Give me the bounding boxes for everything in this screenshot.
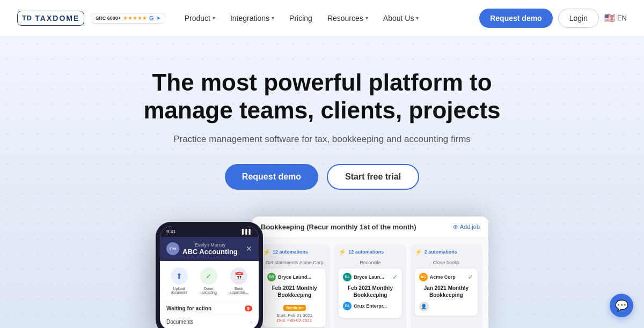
desktop-header: Bookkeeping (Recur monthly 1st of the mo… — [252, 217, 488, 238]
phone-actions: ⬆ Upload document ✓ Done uploading 📅 Boo… — [160, 261, 259, 301]
priority-badge: Medium — [283, 305, 306, 311]
kanban-board: ⚡ 12 automations Get statements Acme Cor… — [252, 238, 488, 328]
kanban-card[interactable]: AC Acme Corp ✓ Jan 2021 Monthly Bookkeep… — [415, 269, 478, 316]
close-icon[interactable]: ✕ — [246, 244, 252, 253]
rating-g-label: G — [149, 15, 154, 21]
desktop-mockup: Bookkeeping (Recur monthly 1st of the mo… — [252, 217, 488, 328]
nav-item-product[interactable]: Product ▾ — [178, 10, 222, 27]
client-chip: AC Acme Corp — [419, 273, 456, 281]
nav-item-integrations[interactable]: Integrations ▾ — [224, 10, 281, 27]
client-avatar: BL — [343, 273, 352, 281]
card-date: Start: Feb-01-2021 Due: Feb-03-2021 — [267, 313, 321, 323]
client-chip: BL Bryce Laun... — [343, 273, 384, 281]
phone-user-name: Evelyn Murray — [182, 242, 238, 248]
card-title: Feb 2021 Monthly Bookkeeping — [267, 285, 321, 299]
client-chip-2: GL Crux Enterpr... — [343, 302, 397, 310]
phone-action-done[interactable]: ✓ Done uploading — [200, 267, 217, 294]
flag-icon: 🇺🇸 — [604, 13, 615, 23]
arrow-icon: › — [250, 318, 252, 326]
avatar-row: 👤 — [419, 302, 473, 311]
hero-section: The most powerful platform to manage tea… — [0, 36, 644, 328]
phone-notch: 9:41 ▌▌▌ — [160, 226, 259, 237]
hero-subtitle: Practice management software for tax, bo… — [17, 134, 627, 145]
kanban-col-header: ⚡ 2 automations — [415, 249, 478, 256]
nav-item-resources[interactable]: Resources ▾ — [321, 10, 375, 27]
phone-section-header: Waiting for action 9 — [160, 301, 259, 314]
header: TD TAXDOME SRC 6000+ ★★★★★ G ➤ Product ▾… — [0, 0, 644, 36]
hero-request-demo-button[interactable]: Request demo — [225, 164, 318, 190]
calendar-icon: 📅 — [230, 267, 247, 285]
chat-button[interactable]: 💬 — [610, 294, 633, 317]
chevron-down-icon: ▾ — [272, 15, 274, 21]
hero-buttons: Request demo Start free trial — [17, 164, 627, 190]
phone-documents-row[interactable]: Documents › — [160, 314, 259, 328]
rating-stars: ★★★★★ — [123, 15, 147, 21]
chevron-down-icon: ▾ — [213, 15, 215, 21]
add-job-button[interactable]: ⊕ Add job — [453, 223, 480, 230]
phone-action-label: Done uploading — [200, 287, 216, 294]
phone-company: ABC Accounting — [182, 248, 238, 256]
card-header: AC Acme Corp ✓ — [419, 273, 473, 281]
check-icon: ✓ — [392, 273, 398, 281]
chevron-down-icon: ▾ — [365, 15, 368, 21]
kanban-card[interactable]: BL Bryce Laun... ✓ Feb 2021 Monthly Book… — [339, 269, 401, 318]
language-selector[interactable]: 🇺🇸 EN — [604, 13, 627, 23]
hero-title: The most powerful platform to manage tea… — [140, 69, 504, 124]
logo-td: TD — [22, 14, 32, 22]
client-chip: GL Crux Enterpr... — [343, 302, 387, 310]
phone-header: EM Evelyn Murray ABC Accounting ✕ — [160, 237, 259, 261]
avatar: EM — [166, 242, 179, 255]
phone-action-label: Upload document — [171, 287, 187, 294]
phone-signal: ▌▌▌ — [242, 229, 252, 234]
phone-mockup: 9:41 ▌▌▌ EM Evelyn Murray ABC Accounting — [156, 222, 263, 328]
col-label: Get statements Acme Corp — [263, 260, 326, 265]
kanban-col-header: ⚡ 12 automations — [263, 249, 326, 256]
card-header: BS Bryce Laund... — [267, 273, 321, 281]
hero-start-trial-button[interactable]: Start free trial — [327, 164, 419, 190]
desktop-title: Bookkeeping (Recur monthly 1st of the mo… — [261, 223, 416, 231]
upload-icon: ⬆ — [171, 267, 188, 285]
nav-item-pricing[interactable]: Pricing — [283, 10, 319, 27]
main-nav: Product ▾ Integrations ▾ Pricing Resourc… — [178, 10, 480, 27]
automation-icon: ⚡ — [339, 249, 346, 256]
col-label: Reconcile — [339, 260, 401, 265]
logo-name: TAXDOME — [35, 14, 79, 23]
rating-badge[interactable]: SRC 6000+ ★★★★★ G ➤ — [91, 13, 165, 24]
plus-icon: ⊕ — [453, 223, 458, 230]
chat-icon: 💬 — [615, 299, 628, 312]
logo-area: TD TAXDOME SRC 6000+ ★★★★★ G ➤ — [17, 11, 165, 26]
kanban-column-2: ⚡ 2 automations Close books AC Acme Corp… — [411, 244, 482, 328]
client-chip: BS Bryce Laund... — [267, 273, 311, 281]
phone-user-info: Evelyn Murray ABC Accounting — [182, 242, 238, 256]
col-label: Close books — [415, 260, 478, 265]
card-title: Feb 2021 Monthly Bookkeeping — [343, 285, 397, 299]
automation-icon: ⚡ — [263, 249, 270, 256]
hero-content: The most powerful platform to manage tea… — [17, 69, 627, 328]
kanban-col-header: ⚡ 12 automations — [339, 249, 401, 256]
phone-time: 9:41 — [166, 229, 176, 234]
check-icon: ✓ — [200, 267, 217, 285]
request-demo-button[interactable]: Request demo — [479, 9, 552, 28]
kanban-column-1: ⚡ 12 automations Reconcile BL Bryce Laun… — [334, 244, 406, 328]
status-badge: 9 — [245, 305, 252, 311]
arrow-icon: ➤ — [156, 15, 160, 21]
phone-action-upload[interactable]: ⬆ Upload document — [171, 267, 188, 294]
lang-label: EN — [617, 14, 627, 22]
phone-action-book[interactable]: 📅 Book appointm... — [230, 267, 248, 294]
kanban-card[interactable]: BS Bryce Laund... Feb 2021 Monthly Bookk… — [263, 269, 326, 327]
phone-screen: 9:41 ▌▌▌ EM Evelyn Murray ABC Accounting — [160, 226, 259, 328]
logo[interactable]: TD TAXDOME — [17, 11, 84, 26]
dashboard-preview: 9:41 ▌▌▌ EM Evelyn Murray ABC Accounting — [17, 217, 627, 328]
client-avatar: AC — [419, 273, 428, 281]
chevron-down-icon: ▾ — [416, 15, 419, 21]
automation-icon: ⚡ — [415, 249, 422, 256]
card-header: BL Bryce Laun... ✓ — [343, 273, 397, 281]
nav-item-about[interactable]: About Us ▾ — [377, 10, 426, 27]
login-button[interactable]: Login — [558, 9, 599, 28]
phone-action-label: Book appointm... — [230, 287, 248, 294]
card-title: Jan 2021 Monthly Bookkeeping — [419, 285, 473, 299]
client-avatar: BS — [267, 273, 276, 281]
avatar: 👤 — [419, 302, 429, 311]
phone-user: EM Evelyn Murray ABC Accounting — [166, 242, 238, 256]
client-avatar: GL — [343, 302, 352, 310]
